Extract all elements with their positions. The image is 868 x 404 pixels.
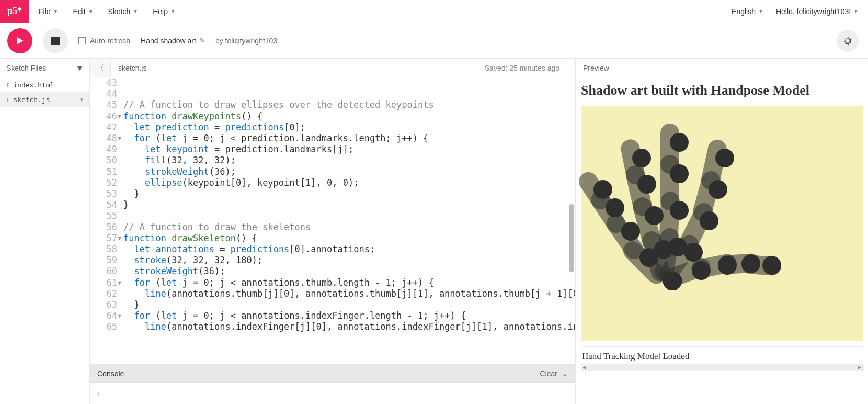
language-select[interactable]: English▼: [732, 7, 763, 16]
code-line[interactable]: 54}: [90, 199, 575, 210]
preview-title: Shadow art built with Handpose Model: [581, 83, 863, 98]
line-number: 56: [90, 222, 120, 233]
console-clear-button[interactable]: Clear ⌄: [540, 369, 568, 378]
editor-tab[interactable]: sketch.js: [111, 64, 154, 72]
code-line[interactable]: 64▼ for (let j = 0; j < annotations.inde…: [90, 310, 575, 321]
code-line[interactable]: 57▼function drawSkeleton() {: [90, 233, 575, 244]
menu-help[interactable]: Help▼: [153, 7, 176, 16]
play-icon: [15, 36, 25, 46]
top-menu-bar: p5* File▼ Edit▼ Sketch▼ Help▼ English▼ H…: [0, 0, 868, 23]
stop-icon: [51, 37, 60, 45]
code-line[interactable]: 63 }: [90, 299, 575, 310]
keypoint: [718, 256, 737, 275]
file-item[interactable]: ▯index.html: [0, 77, 89, 92]
code-text: }: [120, 188, 140, 199]
line-number: 58: [90, 244, 120, 255]
code-line[interactable]: 58 let annotations = predictions[0].anno…: [90, 244, 575, 255]
user-menu[interactable]: Hello, felicitywright103!▼: [776, 7, 859, 16]
caret-down-icon: ▼: [853, 8, 859, 14]
main-area: Sketch Files ▼ ▯index.html▯sketch.js▼ 〈 …: [0, 59, 868, 404]
code-text: let prediction = predictions[0];: [120, 122, 305, 133]
line-number: 53: [90, 188, 120, 199]
caret-down-icon: ▼: [133, 8, 138, 14]
code-text: function drawSkeleton() {: [120, 233, 257, 244]
line-number: 59: [90, 255, 120, 266]
code-line[interactable]: 60 strokeWeight(36);: [90, 266, 575, 277]
fold-icon[interactable]: ▼: [118, 233, 121, 244]
settings-button[interactable]: [837, 30, 859, 52]
code-text: strokeWeight(36);: [120, 266, 225, 277]
code-text: let keypoint = prediction.landmarks[j];: [120, 144, 353, 155]
code-text: }: [120, 299, 140, 310]
scroll-right-icon: ▶: [858, 365, 861, 370]
keypoint: [663, 272, 682, 290]
topbar-right: English▼ Hello, felicitywright103!▼: [732, 7, 868, 16]
keypoint: [621, 222, 640, 241]
keypoint: [639, 248, 658, 267]
chevron-down-icon: ⌄: [562, 369, 568, 378]
keypoint: [632, 149, 651, 167]
code-line[interactable]: 47 let prediction = predictions[0];: [90, 122, 575, 133]
menu-sketch[interactable]: Sketch▼: [108, 7, 139, 16]
fold-icon[interactable]: ▼: [118, 111, 121, 122]
p5-logo[interactable]: p5*: [0, 0, 29, 23]
scrollbar-thumb[interactable]: [569, 204, 574, 272]
console-body[interactable]: ›: [90, 382, 575, 404]
line-number: 64▼: [90, 310, 120, 321]
file-item[interactable]: ▯sketch.js▼: [0, 92, 89, 107]
code-line[interactable]: 49 let keypoint = prediction.landmarks[j…: [90, 144, 575, 155]
code-line[interactable]: 43: [90, 77, 575, 88]
keypoint: [762, 256, 781, 275]
sketch-name[interactable]: Hand shadow art ✎: [141, 37, 205, 45]
code-text: for (let j = 0; j < annotations.thumb.le…: [120, 277, 434, 288]
code-line[interactable]: 48▼ for (let j = 0; j < prediction.landm…: [90, 133, 575, 144]
code-line[interactable]: 53 }: [90, 188, 575, 199]
code-line[interactable]: 46▼function drawKeypoints() {: [90, 111, 575, 122]
line-number: 46▼: [90, 111, 120, 122]
stop-button[interactable]: [43, 28, 68, 53]
code-text: }: [120, 199, 129, 210]
menu-file[interactable]: File▼: [39, 7, 58, 16]
code-text: [120, 210, 123, 221]
author-label: by felicitywright103: [215, 37, 277, 45]
code-line[interactable]: 52 ellipse(keypoint[0], keypoint[1], 0, …: [90, 177, 575, 188]
console-header[interactable]: Console Clear ⌄: [90, 364, 575, 382]
file-icon: ▯: [6, 96, 10, 103]
code-line[interactable]: 65 line(annotations.indexFinger[j][0], a…: [90, 321, 575, 332]
menu-edit[interactable]: Edit▼: [73, 7, 93, 16]
keypoint: [637, 175, 656, 194]
toolbar: Auto-refresh Hand shadow art ✎ by felici…: [0, 23, 868, 59]
code-line[interactable]: 45// A function to draw ellipses over th…: [90, 99, 575, 110]
code-line[interactable]: 62 line(annotations.thumb[j][0], annotat…: [90, 288, 575, 299]
caret-down-icon: ▼: [758, 8, 763, 14]
sidebar-header[interactable]: Sketch Files ▼: [0, 59, 89, 77]
code-line[interactable]: 50 fill(32, 32, 32);: [90, 155, 575, 166]
chevron-left-icon: 〈: [97, 63, 104, 73]
collapse-sidebar-button[interactable]: 〈: [90, 59, 111, 77]
code-line[interactable]: 59 stroke(32, 32, 32, 180);: [90, 255, 575, 266]
menu-help-label: Help: [153, 7, 168, 16]
fold-icon[interactable]: ▼: [118, 277, 121, 288]
line-number: 48▼: [90, 133, 120, 144]
fold-icon[interactable]: ▼: [118, 310, 121, 321]
code-text: fill(32, 32, 32);: [120, 155, 236, 166]
fold-icon[interactable]: ▼: [118, 133, 121, 144]
auto-refresh-toggle[interactable]: Auto-refresh: [78, 37, 130, 45]
line-number: 50: [90, 155, 120, 166]
code-line[interactable]: 56// A function to draw the skeletons: [90, 222, 575, 233]
code-line[interactable]: 44: [90, 88, 575, 99]
code-line[interactable]: 51 strokeWeight(36);: [90, 166, 575, 177]
code-line[interactable]: 55: [90, 210, 575, 221]
main-menu: File▼ Edit▼ Sketch▼ Help▼: [29, 7, 176, 16]
editor-pane: 〈 sketch.js Saved: 25 minutes ago 434445…: [90, 59, 575, 404]
auto-refresh-label: Auto-refresh: [90, 37, 130, 45]
line-number: 65: [90, 321, 120, 332]
line-number: 63: [90, 299, 120, 310]
play-button[interactable]: [7, 28, 32, 53]
horizontal-scrollbar[interactable]: ◀▶: [581, 364, 863, 371]
line-number: 62: [90, 288, 120, 299]
code-text: line(annotations.indexFinger[j][0], anno…: [120, 321, 575, 332]
console-title: Console: [97, 369, 124, 378]
code-line[interactable]: 61▼ for (let j = 0; j < annotations.thum…: [90, 277, 575, 288]
code-editor[interactable]: 434445// A function to draw ellipses ove…: [90, 77, 575, 364]
